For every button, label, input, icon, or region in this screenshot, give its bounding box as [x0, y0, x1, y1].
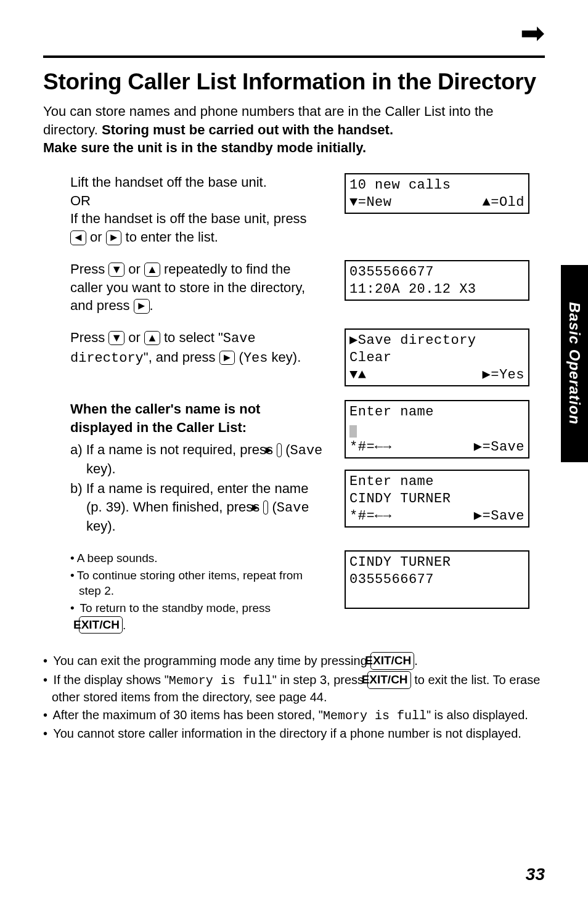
lcd-caller-entry: 0355566677 11:20A 20.12 X3 [345, 260, 529, 301]
standby-note: To return to the standby mode, press EXI… [70, 600, 326, 634]
t: . [414, 654, 418, 667]
step-2: Press ▼ or ▲ repeatedly to find the call… [43, 260, 545, 315]
right-key-icon: ► [134, 299, 150, 314]
lcd-enter-name-empty: Enter name *#=←→ ▶=Save [345, 400, 529, 458]
exit-ch-key: EXIT/CH [79, 616, 123, 634]
lcd-stored-entry: CINDY TURNER 0355566677 [345, 550, 529, 608]
note-exit-anytime: You can exit the programming mode any ti… [43, 652, 545, 670]
lcd-line: 11:20A 20.12 X3 [349, 281, 525, 298]
step-5: A beep sounds. To continue storing other… [43, 550, 545, 635]
right-key-icon: ► [277, 443, 282, 458]
up-key-icon: ▲ [144, 331, 160, 346]
step-4-text: When the caller's name is not displayed … [43, 400, 326, 537]
step-3: Press ▼ or ▲ to select "Save directory",… [43, 328, 545, 386]
lcd-line: CINDY TURNER [349, 554, 525, 571]
note-memory-full-step3: If the display shows "Memory is full" in… [43, 671, 545, 706]
lcd-line: Enter name [349, 473, 525, 491]
mono: Save [290, 443, 323, 459]
left-key-icon: ◄ [70, 230, 86, 245]
step-1-line3b: or [86, 229, 106, 245]
step-4-screens: Enter name *#=←→ ▶=Save Enter name CINDY… [345, 400, 529, 528]
page-number: 33 [526, 865, 545, 884]
down-key-icon: ▼ [108, 331, 125, 346]
lcd-line: ▼▲ [349, 367, 366, 384]
lcd-line: ▶=Save [474, 439, 525, 456]
t: ( [282, 442, 290, 457]
step-3-text: Press ▼ or ▲ to select "Save directory",… [43, 328, 326, 367]
step-5-bullets: A beep sounds. To continue storing other… [70, 550, 326, 634]
step-4-a: a) If a name is not required, press ► (S… [70, 441, 326, 478]
t: You cannot store caller information in t… [53, 727, 521, 740]
step-5-text: A beep sounds. To continue storing other… [43, 550, 326, 635]
lcd-line: ▲=Old [482, 194, 525, 211]
t: . [150, 298, 153, 313]
step-2-screens: 0355566677 11:20A 20.12 X3 [345, 260, 529, 301]
step-4-heading2: displayed in the Caller List: [70, 418, 326, 437]
right-key-icon: ► [106, 230, 122, 245]
t: key). [86, 518, 116, 534]
page-content: Storing Caller List Information in the D… [0, 0, 588, 779]
step-4-ab-list: a) If a name is not required, press ► (S… [70, 441, 326, 536]
t: ", and press [144, 349, 219, 365]
lcd-new-calls: 10 new calls ▼=New ▲=Old [345, 173, 529, 214]
lcd-line: ▶=Yes [482, 367, 525, 384]
bottom-notes: You can exit the programming mode any ti… [43, 652, 545, 742]
steps-container: Lift the handset off the base unit. OR I… [43, 173, 545, 635]
t: a) If a name is not required, press [70, 442, 277, 457]
step-5-screens: CINDY TURNER 0355566677 [345, 550, 529, 608]
t: key). [86, 461, 116, 476]
t: or [125, 330, 144, 345]
step-1-line3c: to enter the list. [121, 229, 218, 245]
exit-ch-key: EXIT/CH [367, 671, 411, 689]
repeat-note: To continue storing other items, repeat … [70, 568, 326, 599]
t: You can exit the programming mode any ti… [53, 654, 370, 667]
lcd-line: *#=←→ [349, 508, 392, 525]
mono: Save [277, 500, 309, 516]
lcd-line: Clear [349, 349, 525, 367]
step-2-text: Press ▼ or ▲ repeatedly to find the call… [43, 260, 326, 315]
t: Press [70, 261, 108, 277]
note-no-number: You cannot store caller information in t… [43, 725, 545, 742]
step-4-heading1: When the caller's name is not [70, 400, 326, 418]
mono: Yes [243, 351, 268, 366]
right-key-icon: ► [219, 351, 235, 365]
t: ( [268, 499, 276, 515]
step-4: When the caller's name is not displayed … [43, 400, 545, 537]
intro-paragraph: You can store names and phone numbers th… [43, 102, 545, 157]
t: to select " [160, 330, 223, 345]
t: To continue storing other items, repeat … [77, 569, 303, 598]
intro-bold-2: Make sure the unit is in the standby mod… [43, 140, 366, 155]
t: Press [70, 330, 108, 345]
lcd-line: Enter name [349, 404, 525, 421]
t: or [125, 261, 144, 277]
step-1-text: Lift the handset off the base unit. OR I… [43, 173, 326, 247]
cursor-icon [349, 425, 357, 438]
mono: Memory is full [323, 709, 427, 723]
step-4-b: b) If a name is required, enter the name… [70, 479, 326, 536]
step-1-line1: Lift the handset off the base unit. [70, 174, 267, 190]
lcd-enter-name-cindy: Enter name CINDY TURNER *#=←→ ▶=Save [345, 470, 529, 528]
t: ( [235, 349, 243, 365]
intro-bold-1: Storing must be carried out with the han… [102, 122, 393, 137]
t: " in step 3, press [272, 673, 367, 687]
section-tab: Basic Operation [561, 265, 588, 462]
section-tab-label: Basic Operation [566, 302, 583, 425]
t: key). [267, 349, 301, 365]
down-key-icon: ▼ [108, 263, 125, 277]
lcd-line: 10 new calls [349, 177, 525, 194]
step-1-line2: OR [70, 193, 91, 208]
t: . [123, 619, 126, 632]
step-1-line3a: If the handset is off the base unit, pre… [70, 211, 307, 226]
t: After the maximum of 30 items has been s… [52, 708, 322, 722]
mono: Memory is full [169, 674, 272, 688]
lcd-line: *#=←→ [349, 439, 392, 456]
lcd-line: ▶Save directory [349, 332, 525, 349]
lcd-line: 0355566677 [349, 264, 525, 281]
t: To return to the standby mode, press [80, 601, 271, 614]
note-max-30: After the maximum of 30 items has been s… [43, 707, 545, 724]
page-title: Storing Caller List Information in the D… [43, 69, 545, 95]
step-1-screens: 10 new calls ▼=New ▲=Old [345, 173, 529, 214]
beep-note: A beep sounds. [70, 550, 326, 566]
lcd-line: ▶=Save [474, 508, 525, 525]
forward-arrow-icon: ➡ [520, 18, 545, 48]
